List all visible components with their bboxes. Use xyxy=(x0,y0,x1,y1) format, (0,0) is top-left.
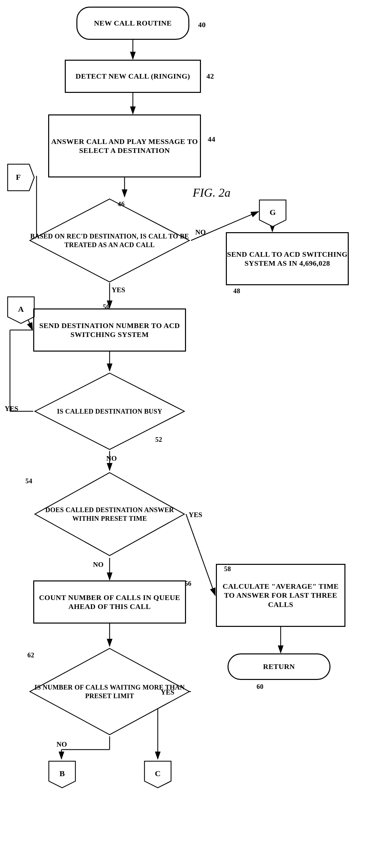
connector-a-shape: A xyxy=(6,295,36,325)
return-label: RETURN xyxy=(263,662,295,671)
id-60: 60 xyxy=(252,682,268,691)
no-label-54: NO xyxy=(93,561,104,569)
yes-label-46: YES xyxy=(112,286,125,294)
figure-label: FIG. 2a xyxy=(193,186,230,200)
id-58: 58 xyxy=(219,564,236,574)
calls-waiting-diamond: IS NUMBER OF CALLS WAITING MORE THAN PRE… xyxy=(28,647,191,736)
answer-call-box: ANSWER CALL AND PLAY MESSAGE TO SELECT A… xyxy=(48,115,201,178)
called-dest-busy-label: IS CALLED DESTINATION BUSY xyxy=(57,407,163,415)
no-label-62: NO xyxy=(56,740,67,749)
connector-a: A xyxy=(6,295,36,325)
id-40: 40 xyxy=(192,18,212,32)
yes-label-52: YES xyxy=(5,405,18,413)
id-46: 46 xyxy=(113,198,130,210)
detect-new-call-label: DETECT NEW CALL (RINGING) xyxy=(76,72,190,81)
count-calls-box: COUNT NUMBER OF CALLS IN QUEUE AHEAD OF … xyxy=(33,581,186,624)
svg-text:A: A xyxy=(18,305,24,313)
connector-g: G xyxy=(258,198,288,228)
calls-waiting-label: IS NUMBER OF CALLS WAITING MORE THAN PRE… xyxy=(28,683,191,700)
new-call-routine-label: NEW CALL ROUTINE xyxy=(94,19,172,28)
return-box: RETURN xyxy=(228,653,331,680)
yes-label-54: YES xyxy=(189,511,202,519)
send-destination-box: SEND DESTINATION NUMBER TO ACD SWITCHING… xyxy=(33,308,186,351)
flowchart-diagram: NEW CALL ROUTINE 40 DETECT NEW CALL (RIN… xyxy=(0,0,371,868)
connector-b-shape: B xyxy=(47,760,77,789)
id-44: 44 xyxy=(203,133,220,146)
does-called-answer-label: DOES CALLED DESTINATION ANSWER WITHIN PR… xyxy=(33,505,186,523)
new-call-routine-box: NEW CALL ROUTINE xyxy=(76,7,189,40)
no-label-52: NO xyxy=(106,455,117,463)
svg-marker-24 xyxy=(8,164,34,191)
connector-b: B xyxy=(47,760,77,789)
calculate-avg-label: CALCULATE "AVERAGE" TIME TO ANSWER FOR L… xyxy=(217,582,344,609)
send-call-acd-box: SEND CALL TO ACD SWITCHING SYSTEM AS IN … xyxy=(226,232,349,285)
connector-c-shape: C xyxy=(143,760,173,789)
id-50: 50 xyxy=(98,302,115,312)
send-destination-label: SEND DESTINATION NUMBER TO ACD SWITCHING… xyxy=(34,321,185,339)
id-54: 54 xyxy=(21,476,37,486)
svg-text:B: B xyxy=(59,769,65,778)
id-48: 48 xyxy=(229,285,245,297)
id-62: 62 xyxy=(23,650,39,660)
acd-call-diamond: BASED ON REC'D DESTINATION, IS CALL TO B… xyxy=(28,197,191,284)
count-calls-label: COUNT NUMBER OF CALLS IN QUEUE AHEAD OF … xyxy=(34,593,185,611)
svg-text:G: G xyxy=(270,208,276,217)
acd-call-label: BASED ON REC'D DESTINATION, IS CALL TO B… xyxy=(28,232,191,249)
send-call-acd-label: SEND CALL TO ACD SWITCHING SYSTEM AS IN … xyxy=(227,250,348,268)
svg-text:F: F xyxy=(16,173,21,181)
svg-text:C: C xyxy=(155,769,161,778)
connector-f-shape: F xyxy=(6,162,36,192)
detect-new-call-box: DETECT NEW CALL (RINGING) xyxy=(65,60,201,93)
id-52: 52 xyxy=(150,434,167,444)
connector-g-shape: G xyxy=(258,198,288,228)
connector-c: C xyxy=(143,760,173,789)
answer-call-label: ANSWER CALL AND PLAY MESSAGE TO SELECT A… xyxy=(49,137,200,155)
id-42: 42 xyxy=(202,70,219,83)
connector-f: F xyxy=(6,162,36,192)
no-label-46: NO xyxy=(195,228,206,237)
does-called-answer-diamond: DOES CALLED DESTINATION ANSWER WITHIN PR… xyxy=(33,471,186,557)
